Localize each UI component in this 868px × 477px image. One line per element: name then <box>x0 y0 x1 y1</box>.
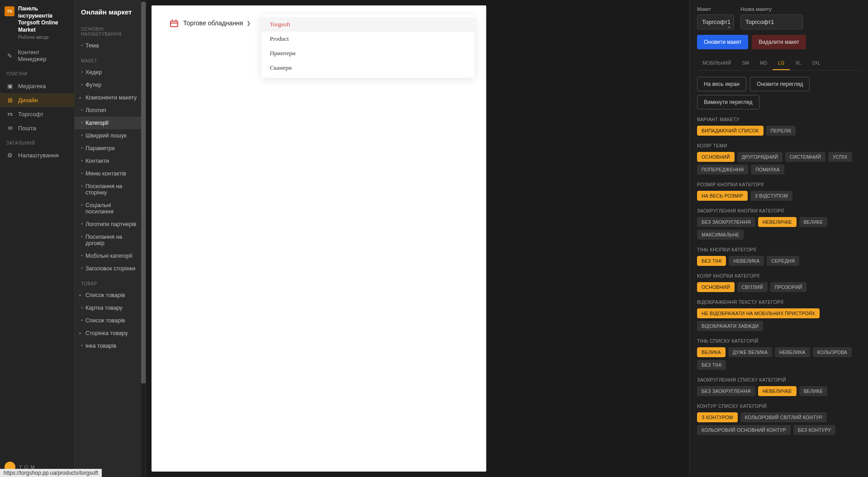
option-chip[interactable]: Невелика <box>775 347 810 357</box>
breakpoint-tab[interactable]: XL <box>790 57 806 70</box>
breakpoint-tab[interactable]: Мобільний <box>697 57 736 70</box>
layout-name-input[interactable] <box>740 14 803 29</box>
nav-label: Медіатека <box>18 83 46 90</box>
tree-item[interactable]: інка товарів <box>75 340 146 352</box>
nav-design[interactable]: ⊞ Дизайн <box>0 93 74 107</box>
option-chip[interactable]: Помилка <box>751 165 784 175</box>
option-chip[interactable]: Дуже велика <box>728 347 772 357</box>
nav-settings[interactable]: ⚙ Налаштування <box>0 148 74 162</box>
tree-item[interactable]: Контакти <box>75 155 146 167</box>
option-chip[interactable]: Без заокруглення <box>697 386 755 396</box>
tree-item[interactable]: Сторінка товару <box>75 327 146 340</box>
refresh-preview-button[interactable]: Оновити перегляд <box>750 77 810 91</box>
nav-media[interactable]: ▣ Медіатека <box>0 79 74 93</box>
breakpoint-tab[interactable]: 2XL <box>806 57 826 70</box>
option-chip[interactable]: Успіх <box>828 152 852 162</box>
tree-item[interactable]: Категорії <box>75 117 146 129</box>
option-group: Колір темиОсновнийДругоряднийСистемнийУс… <box>697 143 861 175</box>
option-chip[interactable]: Системний <box>785 152 825 162</box>
tree-item[interactable]: Футер <box>75 79 146 91</box>
nav-label: Дизайн <box>18 97 38 104</box>
disable-preview-button[interactable]: Вимкнути перегляд <box>697 95 759 109</box>
scrollbar[interactable] <box>141 0 146 477</box>
option-chip[interactable]: Велике <box>799 386 828 396</box>
tree-item[interactable]: Параметри <box>75 142 146 155</box>
dropdown-item[interactable]: Сканери <box>261 61 474 75</box>
option-chip[interactable]: Перелік <box>766 126 796 136</box>
category-dropdown: TorgsoftProductПринтериСканери <box>261 14 474 78</box>
option-chip[interactable]: З відступом <box>750 191 792 201</box>
tree-item[interactable]: Посилання на сторінку <box>75 180 146 199</box>
option-chip[interactable]: Кольоровий основний контур <box>697 425 791 435</box>
option-chip[interactable]: Світлий <box>737 282 768 292</box>
option-chip[interactable]: Велике <box>799 217 828 227</box>
option-chip[interactable]: Попередження <box>697 165 748 175</box>
option-chip[interactable]: Велика <box>697 347 726 357</box>
tree-item[interactable]: Меню контактів <box>75 167 146 180</box>
option-chip[interactable]: Максимальне <box>697 230 744 240</box>
option-group: Варіант макетуВипадаючий списокПерелік <box>697 117 861 136</box>
option-chip[interactable]: Кольорова <box>813 347 852 357</box>
tree-item[interactable]: Компоненти макету <box>75 91 146 104</box>
tree-group-label: Основні налаштування <box>75 20 146 39</box>
dropdown-item[interactable]: Принтери <box>261 46 474 61</box>
tree-item[interactable]: Заголовок сторінки <box>75 262 146 275</box>
option-chip[interactable]: Невелика <box>729 256 764 266</box>
breakpoint-tab[interactable]: LG <box>773 57 790 70</box>
breakpoint-tab[interactable]: MD <box>754 57 773 70</box>
tree-item[interactable]: Тема <box>75 39 146 52</box>
tree-item[interactable]: Список товарів <box>75 289 146 302</box>
tree-item[interactable]: Хедер <box>75 66 146 79</box>
option-chip[interactable]: З контуром <box>697 412 738 422</box>
dropdown-item[interactable]: Product <box>261 32 474 46</box>
option-chip[interactable]: Основний <box>697 282 735 292</box>
cart-icon <box>169 18 180 28</box>
option-chip[interactable]: Середня <box>767 256 799 266</box>
properties-panel: Макет Торгсофт1 Назва макету Оновити мак… <box>689 0 868 477</box>
breakpoint-tab[interactable]: SM <box>736 57 754 70</box>
option-title: Контур списку категорій <box>697 403 861 409</box>
design-sidebar: Онлайн маркет Основні налаштуванняТемаМа… <box>75 0 146 477</box>
option-title: Заокруглення списку категорій <box>697 377 861 383</box>
mail-icon: ✉ <box>6 125 14 132</box>
option-chip[interactable]: Невеличке <box>758 386 797 396</box>
option-chip[interactable]: Прозорий <box>770 282 807 292</box>
brand-subtitle: Torgsoft Online Market <box>18 19 70 33</box>
option-chip[interactable]: На весь розмір <box>697 191 748 201</box>
category-button[interactable]: Торгове обладнання ❯ <box>163 14 256 33</box>
category-button-label: Торгове обладнання <box>183 19 243 27</box>
nav-label: Пошта <box>18 125 36 132</box>
option-chip[interactable]: Не відображати на мобільних пристроях <box>697 308 820 318</box>
fullscreen-button[interactable]: На весь екран <box>697 77 746 91</box>
option-chip[interactable]: Без заокруглення <box>697 217 755 227</box>
tree-item[interactable]: Соціальні посилання <box>75 199 146 218</box>
option-chip[interactable]: Відображати завжди <box>697 321 763 331</box>
nav-torgsoft[interactable]: TS Торгсофт <box>0 107 74 121</box>
tree-item[interactable]: Логотипи партнерів <box>75 218 146 231</box>
option-chip[interactable]: Без контуру <box>793 425 835 435</box>
tree-item[interactable]: Мобільні категорії <box>75 250 146 262</box>
tree-item[interactable]: Швидкий пошук <box>75 129 146 142</box>
option-chip[interactable]: Випадаючий список <box>697 126 764 136</box>
layout-name-label: Назва макету <box>740 6 803 12</box>
option-chip[interactable]: Основний <box>697 152 735 162</box>
dropdown-item[interactable]: Torgsoft <box>261 17 474 32</box>
delete-layout-button[interactable]: Видалити макет <box>752 35 806 49</box>
nav-mail[interactable]: ✉ Пошта <box>0 121 74 135</box>
tree-item[interactable]: Посилання на договір <box>75 231 146 250</box>
tree-item[interactable]: Список товарів <box>75 314 146 327</box>
option-chip[interactable]: Другорядний <box>737 152 783 162</box>
option-chip[interactable]: Без тіні <box>697 256 726 266</box>
option-chip[interactable]: Без тіні <box>697 360 726 370</box>
tree-item[interactable]: Логотип <box>75 104 146 117</box>
image-icon: ▣ <box>6 83 14 90</box>
option-title: Тінь списку категорій <box>697 338 861 344</box>
nav-content-manager[interactable]: ✎ Контент Менеджер <box>0 45 74 66</box>
tree-item[interactable]: Картка товару <box>75 302 146 314</box>
option-chip[interactable]: Кольоровий світлий контур <box>740 412 827 422</box>
option-chip[interactable]: Невеличке <box>758 217 797 227</box>
update-layout-button[interactable]: Оновити макет <box>697 35 748 49</box>
brand-workspace: Робоче місце <box>18 34 70 40</box>
layout-select-label: Макет <box>697 6 734 12</box>
layout-select[interactable]: Торгсофт1 <box>697 14 734 29</box>
